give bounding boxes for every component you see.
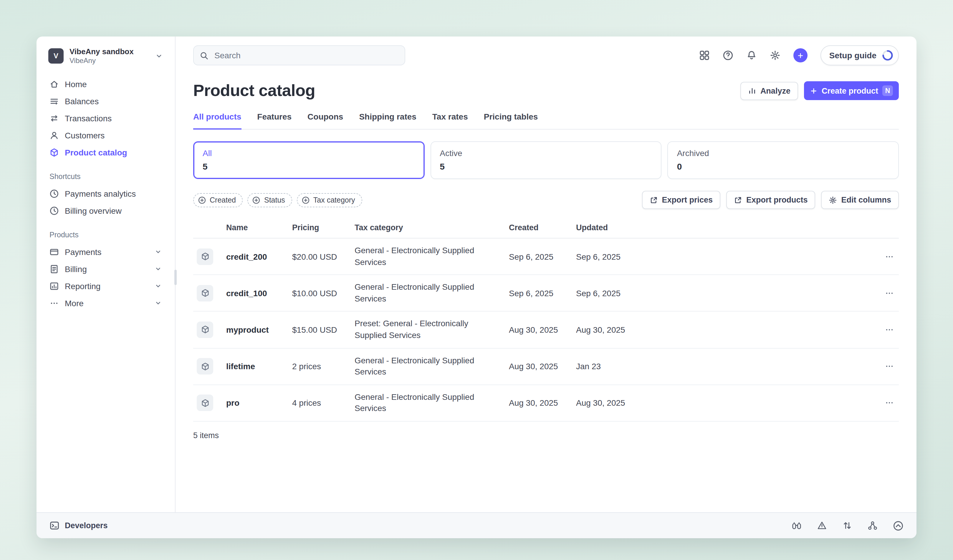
column-header-tax[interactable]: Tax category — [355, 223, 509, 232]
sidebar-resize-handle[interactable] — [174, 270, 177, 285]
edit-columns-button[interactable]: Edit columns — [821, 191, 899, 209]
sidebar: V VibeAny sandbox VibeAny Home Balances — [37, 37, 175, 512]
row-overflow-menu[interactable] — [881, 288, 899, 299]
row-overflow-menu[interactable] — [881, 251, 899, 262]
notifications-icon[interactable] — [746, 50, 757, 60]
filter-chip-label: Status — [264, 196, 285, 204]
column-header-updated[interactable]: Updated — [576, 223, 875, 232]
table-row[interactable]: lifetime 2 prices General - Electronical… — [193, 348, 899, 385]
filter-toolbar: Created Status Tax category Export price… — [193, 191, 899, 209]
cell-name: myproduct — [226, 325, 292, 335]
summary-card-active[interactable]: Active 5 — [430, 141, 661, 179]
summary-card-label: Active — [440, 148, 652, 158]
package-icon — [197, 248, 213, 265]
developers-button[interactable]: Developers — [50, 521, 108, 531]
tab-features[interactable]: Features — [257, 112, 292, 130]
column-header-created[interactable]: Created — [509, 223, 576, 232]
export-products-label: Export products — [746, 195, 808, 204]
create-product-button[interactable]: Create product N — [804, 81, 899, 100]
cell-name: lifetime — [226, 361, 292, 371]
sidebar-item-label: Payments — [65, 247, 102, 256]
terminal-icon — [50, 521, 59, 531]
search-box[interactable] — [193, 45, 405, 65]
sidebar-item-payments-analytics[interactable]: Payments analytics — [45, 185, 167, 202]
balances-icon — [50, 96, 59, 106]
column-header-name[interactable]: Name — [226, 223, 292, 232]
cell-created: Sep 6, 2025 — [509, 252, 576, 261]
cell-name: credit_200 — [226, 252, 292, 261]
table-header: Name Pricing Tax category Created Update… — [193, 220, 899, 239]
table-row[interactable]: credit_100 $10.00 USD General - Electron… — [193, 275, 899, 312]
export-icon — [649, 196, 658, 204]
sidebar-item-home[interactable]: Home — [45, 75, 167, 92]
transfer-arrows-icon[interactable] — [842, 521, 852, 531]
plus-circle-icon — [198, 196, 206, 204]
export-prices-button[interactable]: Export prices — [642, 191, 720, 209]
warning-icon[interactable] — [817, 521, 827, 531]
tab-shipping-rates[interactable]: Shipping rates — [359, 112, 416, 130]
row-overflow-menu[interactable] — [881, 361, 899, 372]
filter-chip-status[interactable]: Status — [248, 193, 292, 207]
cell-tax-category: General - Electronically Supplied Servic… — [355, 355, 509, 378]
summary-card-value: 5 — [440, 161, 652, 171]
summary-card-all[interactable]: All 5 — [193, 141, 424, 179]
binoculars-icon[interactable] — [792, 521, 802, 531]
column-header-pricing[interactable]: Pricing — [292, 223, 355, 232]
sidebar-item-reporting[interactable]: Reporting — [45, 277, 167, 295]
tab-coupons[interactable]: Coupons — [307, 112, 343, 130]
sidebar-item-product-catalog[interactable]: Product catalog — [45, 144, 167, 161]
cell-pricing: $15.00 USD — [292, 325, 355, 335]
sidebar-item-more[interactable]: More — [45, 295, 167, 312]
row-overflow-menu[interactable] — [881, 324, 899, 335]
setup-guide-button[interactable]: Setup guide — [821, 45, 899, 65]
account-text: VibeAny sandbox VibeAny — [70, 47, 149, 65]
quick-create-button[interactable] — [793, 48, 807, 62]
export-icon — [734, 196, 742, 204]
collapse-chevron-icon[interactable] — [893, 520, 903, 531]
main-content: Setup guide Product catalog Analyze Crea… — [175, 37, 916, 512]
tab-all-products[interactable]: All products — [193, 112, 241, 130]
sidebar-item-label: More — [65, 298, 84, 308]
cell-pricing: $20.00 USD — [292, 252, 355, 261]
filter-chip-created[interactable]: Created — [193, 193, 243, 207]
export-prices-label: Export prices — [662, 195, 713, 204]
tab-tax-rates[interactable]: Tax rates — [432, 112, 468, 130]
row-overflow-menu[interactable] — [881, 398, 899, 408]
filter-chip-tax-category[interactable]: Tax category — [297, 193, 362, 207]
bottom-bar-icons — [792, 520, 903, 531]
summary-card-archived[interactable]: Archived 0 — [667, 141, 899, 179]
cell-updated: Aug 30, 2025 — [576, 399, 875, 408]
payments-icon — [50, 247, 59, 256]
apps-icon[interactable] — [699, 50, 710, 60]
settings-icon[interactable] — [770, 50, 781, 60]
package-icon — [197, 285, 213, 301]
package-icon — [197, 395, 213, 411]
analyze-button[interactable]: Analyze — [740, 82, 798, 100]
transactions-icon — [50, 113, 59, 123]
analyze-label: Analyze — [761, 86, 790, 95]
table-row[interactable]: credit_200 $20.00 USD General - Electron… — [193, 239, 899, 275]
account-switcher[interactable]: V VibeAny sandbox VibeAny — [45, 45, 167, 67]
table-row[interactable]: pro 4 prices General - Electronically Su… — [193, 385, 899, 422]
table-row[interactable]: myproduct $15.00 USD Preset: General - E… — [193, 312, 899, 348]
sidebar-item-billing[interactable]: Billing — [45, 260, 167, 277]
export-products-button[interactable]: Export products — [726, 191, 815, 209]
workflows-icon[interactable] — [868, 521, 878, 531]
table-actions: Export prices Export products Edit colum… — [642, 191, 899, 209]
sidebar-item-billing-overview[interactable]: Billing overview — [45, 202, 167, 219]
sidebar-item-balances[interactable]: Balances — [45, 92, 167, 110]
sidebar-item-customers[interactable]: Customers — [45, 127, 167, 144]
search-input[interactable] — [213, 50, 399, 60]
clock-icon — [50, 189, 59, 198]
chevron-down-icon — [154, 282, 162, 290]
sidebar-item-label: Transactions — [65, 113, 112, 123]
account-name: VibeAny sandbox — [70, 47, 149, 56]
sidebar-item-payments[interactable]: Payments — [45, 243, 167, 260]
tab-pricing-tables[interactable]: Pricing tables — [484, 112, 538, 130]
summary-card-label: Archived — [677, 148, 889, 158]
cell-tax-category: General - Electronically Supplied Servic… — [355, 281, 509, 304]
plus-circle-icon — [252, 196, 261, 204]
topbar: Setup guide — [193, 43, 899, 67]
sidebar-item-transactions[interactable]: Transactions — [45, 110, 167, 127]
help-icon[interactable] — [723, 50, 733, 60]
